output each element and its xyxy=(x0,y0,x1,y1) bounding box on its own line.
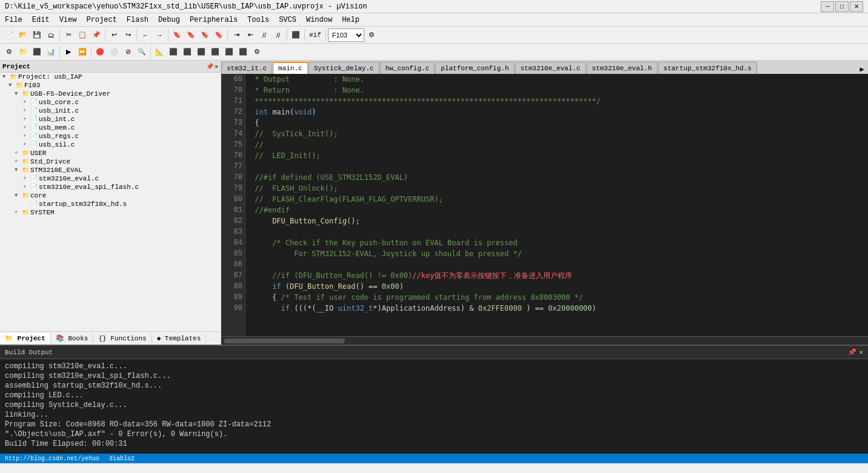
tab-templates[interactable]: ◆ Templates xyxy=(152,333,207,343)
bottom-panel-outer: Build Output 📌 ✕ compiling stm3210e_eval… xyxy=(0,345,868,463)
tree-item-usb-sil[interactable]: + 📄 usb_sil.c xyxy=(0,141,221,149)
tb2-12[interactable]: ⬛ xyxy=(167,45,180,59)
tb-uncomment[interactable]: // xyxy=(272,28,285,42)
tb2-15[interactable]: ⬛ xyxy=(209,45,222,59)
menu-flash[interactable]: Flash xyxy=(122,15,153,25)
tree-item-system[interactable]: + 📁 SYSTEM xyxy=(0,208,221,217)
tb-hashif-text: #if xyxy=(309,31,321,39)
scroll-thumb[interactable] xyxy=(224,339,345,343)
tb2-17[interactable]: ⬛ xyxy=(236,45,250,59)
menu-help[interactable]: Help xyxy=(337,15,364,25)
tb-sep1 xyxy=(59,29,60,41)
code-editor[interactable]: * Output : None. * Return : None. ******… xyxy=(245,74,868,336)
tree-item-f103[interactable]: ▼ 📁 F103 xyxy=(0,81,221,90)
tb2-2[interactable]: 📁 xyxy=(16,45,30,59)
menu-window[interactable]: Window xyxy=(301,15,337,25)
tb2-10[interactable]: 🔍 xyxy=(135,45,149,59)
tree-item-usb-mem[interactable]: + 📄 usb_mem.c xyxy=(0,124,221,132)
minimize-button[interactable]: ─ xyxy=(821,1,834,12)
tb-build[interactable]: ⬛ xyxy=(289,28,302,42)
project-pin-icon[interactable]: 📌 xyxy=(206,63,213,70)
tb2-3[interactable]: ⬛ xyxy=(30,45,44,59)
tb-new[interactable]: 📄 xyxy=(2,28,16,42)
tab-mainc[interactable]: main.c xyxy=(273,62,308,74)
tb-bookmark2[interactable]: 🔖 xyxy=(184,28,198,42)
tree-item-eval-spi[interactable]: + 📄 stm3210e_eval_spi_flash.c xyxy=(0,183,221,191)
tree-item-user[interactable]: + 📁 USER xyxy=(0,149,221,157)
tree-item-usb-init[interactable]: + 📄 usb_init.c xyxy=(0,107,221,115)
tb2-8[interactable]: ⚪ xyxy=(107,45,121,59)
tab-platform[interactable]: platform_config.h xyxy=(435,62,514,74)
tb2-16[interactable]: ⬛ xyxy=(222,45,236,59)
file-icon-usb-sil: 📄 xyxy=(29,141,39,148)
status-bar: http://blog.csdn.net/yehuo diablo2 xyxy=(0,454,868,463)
tab-books[interactable]: 📚 Books xyxy=(51,333,94,343)
tab-scroll-right[interactable]: ▶ xyxy=(856,65,868,74)
tb-bookmark3[interactable]: 🔖 xyxy=(198,28,212,42)
tb2-6[interactable]: ⏩ xyxy=(76,45,89,59)
tb-target-dropdown[interactable]: F103 xyxy=(328,28,364,42)
tree-item-root[interactable]: ▼ 📁 Project: usb_IAP xyxy=(0,73,221,81)
tb2-14[interactable]: ⬛ xyxy=(195,45,208,59)
tree-item-eval[interactable]: ▼ 📁 STM3210E_EVAL xyxy=(0,166,221,174)
tree-item-startup[interactable]: 📄 startup_stm32f10x_hd.s xyxy=(0,200,221,208)
tab-hwconfig[interactable]: hw_config.c xyxy=(380,62,435,74)
tab-evalh[interactable]: stm3210e_eval.h xyxy=(587,62,658,74)
tree-item-usb-driver[interactable]: ▼ 📁 USB-FS-Device_Driver xyxy=(0,90,221,98)
tree-item-std[interactable]: + 📁 Std_Drivce xyxy=(0,157,221,166)
tree-item-core[interactable]: ▼ 📁 core xyxy=(0,191,221,200)
tb-paste[interactable]: 📌 xyxy=(90,28,103,42)
tb-cut[interactable]: ✂ xyxy=(62,28,75,42)
menu-view[interactable]: View xyxy=(55,15,82,25)
tab-functions[interactable]: {} Functions xyxy=(93,334,152,343)
tab-systick[interactable]: Systick_delay.c xyxy=(309,62,379,74)
tb-bookmark4[interactable]: 🔖 xyxy=(212,28,225,42)
tb2-5[interactable]: ▶ xyxy=(62,45,75,59)
tb-target-settings[interactable]: ⚙ xyxy=(365,28,378,42)
tb2-9[interactable]: ⊘ xyxy=(121,45,135,59)
tb-undo[interactable]: ↩ xyxy=(107,28,121,42)
bottom-pin-icon[interactable]: 📌 xyxy=(848,348,856,356)
menu-peripherals[interactable]: Peripherals xyxy=(185,15,242,25)
menu-edit[interactable]: Edit xyxy=(27,15,55,25)
tree-item-usb-core[interactable]: + 📄 usb_core.c xyxy=(0,98,221,107)
tree-item-usb-regs[interactable]: + 📄 usb_regs.c xyxy=(0,132,221,141)
tb2-13[interactable]: ⬛ xyxy=(181,45,194,59)
tb-indent[interactable]: ⇥ xyxy=(230,28,243,42)
tb-comment[interactable]: // xyxy=(258,28,271,42)
tree-label-startup: startup_stm32f10x_hd.s xyxy=(39,200,127,208)
build-line-9: Build Time Elapsed: 00:00:31 xyxy=(5,439,863,449)
menu-tools[interactable]: Tools xyxy=(242,15,274,25)
tb-nav-back[interactable]: ← xyxy=(139,28,152,42)
tb-bookmark[interactable]: 🔖 xyxy=(170,28,184,42)
menu-project[interactable]: Project xyxy=(81,15,121,25)
menu-file[interactable]: File xyxy=(0,15,27,25)
tb2-11[interactable]: 📐 xyxy=(153,45,166,59)
horizontal-scrollbar[interactable] xyxy=(221,336,868,345)
tb-copy[interactable]: 📋 xyxy=(76,28,89,42)
tb-redo[interactable]: ↪ xyxy=(121,28,135,42)
tb-open[interactable]: 📂 xyxy=(16,28,30,42)
menu-debug[interactable]: Debug xyxy=(153,15,185,25)
bottom-close-icon[interactable]: ✕ xyxy=(859,348,863,356)
tree-item-eval-c[interactable]: + 📄 stm3210e_eval.c xyxy=(0,174,221,183)
tb2-7[interactable]: 🔴 xyxy=(93,45,107,59)
tab-stm32it[interactable]: stm32_it.c xyxy=(221,62,272,74)
tb-nav-fwd[interactable]: → xyxy=(153,28,166,42)
code-container[interactable]: 69 70 71 72 73 74 75 76 77 78 79 80 81 8… xyxy=(221,74,868,336)
tb2-1[interactable]: ⚙ xyxy=(2,45,16,59)
menu-svcs[interactable]: SVCS xyxy=(274,15,301,25)
tb-save[interactable]: 💾 xyxy=(30,28,44,42)
tb2-4[interactable]: 📊 xyxy=(44,45,58,59)
folder-icon-system: 📁 xyxy=(21,209,30,216)
tab-project[interactable]: 📁 Project xyxy=(0,333,51,343)
project-close-icon[interactable]: ✕ xyxy=(215,63,218,70)
maximize-button[interactable]: □ xyxy=(835,1,849,12)
tb-unindent[interactable]: ⇤ xyxy=(244,28,257,42)
tab-startup[interactable]: startup_stm32f10x_hd.s xyxy=(658,62,757,74)
tb2-18[interactable]: ⚙ xyxy=(250,45,264,59)
tb-save-all[interactable]: 🗂 xyxy=(44,28,58,42)
close-button[interactable]: ✕ xyxy=(850,1,863,12)
tab-evalc[interactable]: stm3210e_eval.c xyxy=(515,62,586,74)
tree-item-usb-int[interactable]: + 📄 usb_int.c xyxy=(0,115,221,124)
